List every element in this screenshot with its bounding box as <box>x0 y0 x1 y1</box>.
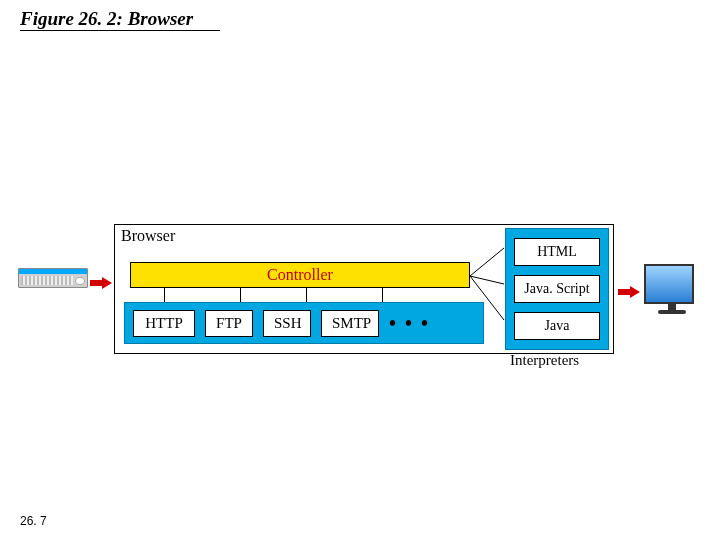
arrow-input-icon <box>90 277 112 289</box>
browser-label: Browser <box>121 227 175 245</box>
ellipsis-icon: • • • <box>389 312 430 335</box>
interpreter-box-html: HTML <box>514 238 600 266</box>
monitor-icon <box>644 264 700 320</box>
interpreter-box-java: Java <box>514 312 600 340</box>
interpreters-container: HTML Java. Script Java <box>505 228 609 350</box>
controller-box: Controller <box>130 262 470 288</box>
figure-number: Figure 26. 2: <box>20 8 123 29</box>
protocols-row: HTTP FTP SSH SMTP • • • <box>124 302 484 344</box>
connector-line <box>164 288 165 302</box>
figure-name: Browser <box>128 8 193 29</box>
page-number: 26. 7 <box>20 514 47 528</box>
connector-line <box>306 288 307 302</box>
interpreter-box-javascript: Java. Script <box>514 275 600 303</box>
interpreters-label: Interpreters <box>510 352 579 369</box>
protocol-box-ssh: SSH <box>263 310 311 337</box>
svg-line-0 <box>470 248 504 276</box>
title-underline <box>20 30 220 31</box>
protocol-box-http: HTTP <box>133 310 195 337</box>
connector-line <box>382 288 383 302</box>
keyboard-icon <box>18 268 88 296</box>
protocol-box-smtp: SMTP <box>321 310 379 337</box>
figure-title: Figure 26. 2: Browser <box>20 8 193 30</box>
connector-line <box>240 288 241 302</box>
protocol-box-ftp: FTP <box>205 310 253 337</box>
arrow-output-icon <box>618 286 640 298</box>
